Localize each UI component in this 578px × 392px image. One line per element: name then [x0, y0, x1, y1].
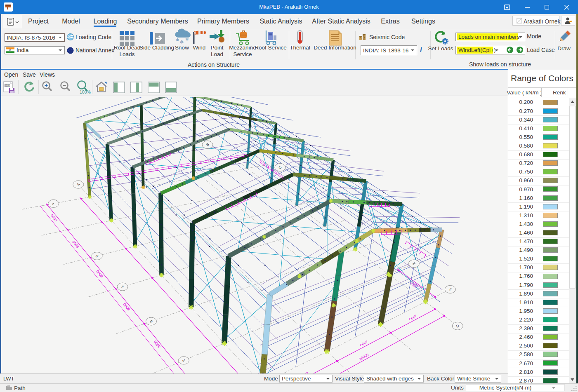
- svg-text:100%: 100%: [80, 89, 91, 94]
- svg-text:20000: 20000: [359, 353, 370, 361]
- svg-text:8000: 8000: [153, 340, 161, 349]
- svg-text:8000: 8000: [123, 302, 131, 311]
- svg-text:❄: ❄: [185, 37, 189, 42]
- svg-text:8000: 8000: [50, 213, 58, 222]
- svg-text:IMG: IMG: [5, 84, 10, 87]
- svg-text:8000: 8000: [71, 240, 80, 249]
- svg-text:6667: 6667: [359, 340, 368, 347]
- svg-text:❄: ❄: [176, 38, 179, 42]
- svg-text:6667: 6667: [408, 314, 418, 322]
- svg-text:❄: ❄: [180, 39, 184, 45]
